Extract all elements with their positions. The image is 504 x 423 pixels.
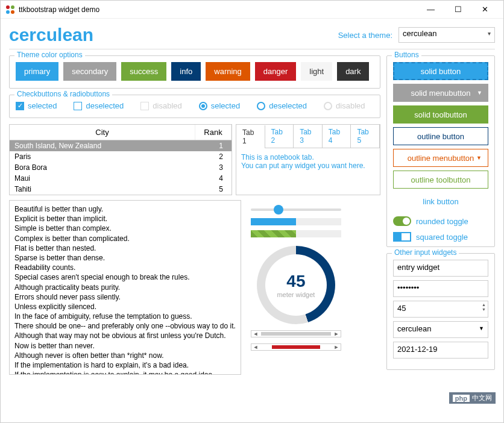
text-line: Although never is often better than *rig…	[14, 351, 236, 360]
table-row[interactable]: Bora Bora3	[10, 162, 232, 173]
text-line: Beautiful is better than ugly.	[14, 204, 236, 214]
select-theme-label: Select a theme:	[338, 31, 392, 40]
maximize-button[interactable]: ☐	[444, 1, 471, 18]
outline-button[interactable]: outline button	[393, 127, 488, 145]
text-line: Sparse is better than dense.	[14, 253, 236, 263]
meter-widget[interactable]: 45 meter widget	[257, 246, 335, 324]
dark-button[interactable]: dark	[337, 62, 369, 81]
entry-input[interactable]: entry widget	[393, 260, 488, 277]
notebook: Tab 1Tab 2Tab 3Tab 4Tab 5 This is a note…	[236, 124, 380, 195]
minimize-button[interactable]: —	[417, 1, 444, 18]
solid-button[interactable]: solid button	[393, 62, 488, 80]
slider-thumb[interactable]	[274, 205, 283, 215]
chevron-down-icon: ▼	[476, 155, 482, 161]
meter-label: meter widget	[277, 291, 315, 298]
meter-value: 45	[286, 272, 305, 291]
buttons-fieldset: Buttons solid button solid menubutton▼ s…	[386, 55, 495, 247]
theme-select[interactable]: cerculean	[398, 27, 495, 43]
tab-content-line: You can put any widget you want here.	[241, 161, 375, 170]
link-button[interactable]: link button	[393, 192, 488, 210]
separator	[9, 49, 495, 49]
app-icon	[5, 5, 15, 14]
text-line: Although practicality beats purity.	[14, 283, 236, 292]
col-rank[interactable]: Rank	[195, 125, 232, 140]
app-title: cerculean	[9, 25, 93, 45]
checkbox-disabled: disabled	[140, 101, 181, 110]
tab[interactable]: Tab 3	[294, 125, 323, 148]
spinner-arrows-icon[interactable]: ▲▼	[482, 302, 486, 312]
table-row[interactable]: South Island, New Zealand1	[10, 140, 232, 151]
solid-toolbutton[interactable]: solid toolbutton	[393, 105, 488, 124]
text-line: Explicit is better than implicit.	[14, 214, 236, 224]
scrollbar-danger[interactable]: ◄►	[251, 343, 341, 351]
outline-toolbutton[interactable]: outline toolbutton	[393, 171, 488, 189]
text-line: Flat is better than nested.	[14, 243, 236, 253]
combobox-input[interactable]: cerculean▼	[393, 321, 488, 338]
buttons-legend: Buttons	[392, 51, 421, 59]
tab[interactable]: Tab 2	[265, 125, 294, 148]
inputs-fieldset: Other input widgets entry widget •••••••…	[386, 253, 495, 370]
text-line: Readability counts.	[14, 263, 236, 272]
light-button[interactable]: light	[301, 62, 332, 81]
date-input[interactable]: 2021-12-19	[393, 342, 488, 359]
table-row[interactable]: Maui4	[10, 173, 232, 184]
col-city[interactable]: City	[10, 125, 195, 140]
toggle-square-icon	[393, 232, 411, 242]
text-line: If the implementation is easy to explain…	[14, 370, 236, 375]
primary-button[interactable]: primary	[16, 62, 58, 81]
text-line: Although that way may not be obvious at …	[14, 331, 236, 340]
tab[interactable]: Tab 5	[351, 125, 380, 148]
rounded-toggle[interactable]: rounded toggle	[393, 216, 488, 226]
password-input[interactable]: ••••••••	[393, 280, 488, 297]
checks-fieldset: Checkbuttons & radiobuttons ✓selected de…	[9, 95, 380, 118]
table-row[interactable]: Paris2	[10, 151, 232, 162]
radio-deselected[interactable]: deselected	[257, 101, 307, 110]
radio-disabled: disabled	[324, 101, 365, 110]
chevron-down-icon: ▼	[479, 325, 484, 331]
tab-content-line: This is a notebook tab.	[241, 153, 375, 161]
text-line: There should be one-- and preferably onl…	[14, 321, 236, 331]
text-line: Special cases aren't special enough to b…	[14, 272, 236, 282]
tab[interactable]: Tab 4	[323, 125, 351, 148]
text-line: If the implementation is hard to explain…	[14, 360, 236, 370]
text-line: Complex is better than complicated.	[14, 234, 236, 243]
warning-button[interactable]: warning	[206, 62, 250, 81]
theme-color-legend: Theme color options	[14, 51, 85, 59]
solid-menubutton[interactable]: solid menubutton▼	[393, 84, 488, 102]
checkbox-selected[interactable]: ✓selected	[16, 101, 57, 110]
window-title: ttkbootstrap widget demo	[19, 5, 99, 14]
toggle-pill-icon	[393, 216, 411, 226]
checks-legend: Checkbuttons & radiobuttons	[14, 90, 112, 98]
scrollbar-default[interactable]: ◄►	[251, 330, 341, 337]
radio-selected[interactable]: selected	[199, 101, 240, 110]
danger-button[interactable]: danger	[255, 62, 296, 81]
progressbar	[251, 218, 341, 225]
chevron-down-icon: ▼	[477, 90, 482, 96]
progressbar-striped	[251, 230, 341, 237]
checkbox-deselected[interactable]: deselected	[74, 101, 124, 110]
close-button[interactable]: ✕	[471, 1, 499, 18]
watermark-badge: php中文网	[449, 392, 496, 404]
inputs-legend: Other input widgets	[392, 248, 459, 257]
spinbox-input[interactable]: 45▲▼	[393, 301, 488, 318]
table-row[interactable]: Tahiti5	[10, 184, 232, 195]
titlebar: ttkbootstrap widget demo — ☐ ✕	[1, 1, 503, 19]
theme-color-fieldset: Theme color options primary secondary su…	[9, 55, 380, 89]
text-widget[interactable]: Beautiful is better than ugly.Explicit i…	[9, 200, 241, 375]
success-button[interactable]: success	[121, 62, 166, 81]
city-table[interactable]: City Rank South Island, New Zealand1Pari…	[9, 124, 232, 195]
text-line: Simple is better than complex.	[14, 224, 236, 233]
outline-menubutton[interactable]: outline menubutton▼	[393, 149, 488, 167]
secondary-button[interactable]: secondary	[63, 62, 116, 81]
squared-toggle[interactable]: squared toggle	[393, 232, 488, 242]
info-button[interactable]: info	[171, 62, 201, 81]
text-line: Unless explicitly silenced.	[14, 302, 236, 312]
text-line: In the face of ambiguity, refuse the tem…	[14, 312, 236, 321]
slider[interactable]	[251, 208, 341, 211]
tab[interactable]: Tab 1	[236, 125, 265, 148]
text-line: Now is better than never.	[14, 341, 236, 351]
text-line: Errors should never pass silently.	[14, 292, 236, 302]
